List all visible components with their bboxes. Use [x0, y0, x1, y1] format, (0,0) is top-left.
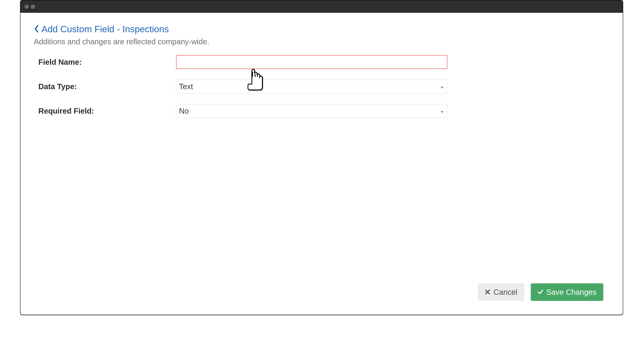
back-chevron-icon[interactable] — [34, 25, 39, 34]
field-name-label: Field Name: — [34, 58, 176, 66]
required-field-value: No — [179, 107, 189, 115]
svg-marker-0 — [440, 87, 444, 88]
required-field-label: Required Field: — [34, 107, 176, 115]
modal-header: Add Custom Field - Inspections — [34, 24, 610, 34]
close-icon — [485, 288, 490, 296]
data-type-select[interactable]: Text — [176, 80, 447, 93]
modal-subtitle: Additions and changes are reflected comp… — [34, 38, 610, 46]
save-changes-button[interactable]: Save Changes — [531, 283, 603, 301]
modal-footer: Cancel Save Changes — [34, 283, 610, 302]
chevron-down-icon — [440, 82, 444, 91]
titlebar — [20, 0, 623, 13]
field-name-input[interactable] — [176, 55, 447, 69]
cancel-button-label: Cancel — [494, 288, 518, 296]
modal-title[interactable]: Add Custom Field - Inspections — [42, 24, 169, 34]
window-minimize-button[interactable] — [31, 4, 35, 9]
window-close-button[interactable] — [25, 4, 29, 9]
field-name-row: Field Name: — [34, 55, 610, 69]
svg-marker-1 — [440, 111, 444, 113]
required-field-row: Required Field: No — [34, 104, 610, 118]
data-type-row: Data Type: Text — [34, 80, 610, 93]
check-icon — [538, 288, 543, 296]
add-custom-field-modal: Add Custom Field - Inspections Additions… — [22, 15, 621, 312]
save-button-label: Save Changes — [546, 288, 596, 296]
chevron-down-icon — [440, 107, 444, 115]
required-field-select[interactable]: No — [176, 104, 447, 118]
data-type-label: Data Type: — [34, 82, 176, 91]
cancel-button[interactable]: Cancel — [478, 283, 524, 301]
form-area: Field Name: Data Type: Text Requ — [34, 55, 610, 283]
app-window: Add Custom Field - Inspections Additions… — [20, 0, 623, 315]
data-type-value: Text — [179, 82, 193, 91]
